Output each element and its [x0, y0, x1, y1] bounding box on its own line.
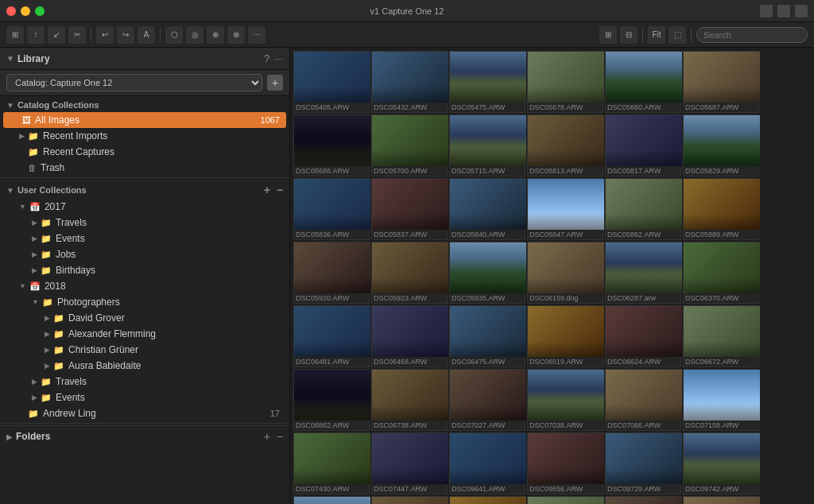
tool-btn-4[interactable]: ✂ — [68, 26, 86, 44]
travels-2017-item[interactable]: ▶ 📁 Travels — [3, 215, 286, 231]
photo-cell[interactable]: DSC05405.ARW — [293, 51, 370, 113]
travels-2018-chevron[interactable]: ▶ — [32, 378, 37, 386]
tool-btn-1[interactable]: ⊞ — [6, 26, 24, 44]
close-button[interactable] — [6, 6, 16, 16]
events-2018-item[interactable]: ▶ 📁 Events — [3, 390, 286, 405]
photo-cell[interactable]: DSC05715.ARW — [449, 114, 525, 176]
folders-section[interactable]: ▶ Folders + − — [0, 425, 289, 447]
photo-cell[interactable]: DSC09771.ARW — [293, 496, 370, 504]
david-grover-chevron[interactable]: ▶ — [45, 314, 50, 322]
travels-2017-chevron[interactable]: ▶ — [32, 219, 37, 227]
photo-cell[interactable]: DSC05432.ARW — [371, 51, 448, 113]
ausra-babiedaite-chevron[interactable]: ▶ — [45, 362, 50, 370]
recent-imports-item[interactable]: ▶ 📁 Recent Imports — [3, 128, 286, 144]
toolbar-icon-1[interactable] — [760, 5, 773, 17]
photo-cell[interactable]: DSC05475.ARW — [449, 51, 525, 113]
trash-item[interactable]: ▶ 🗑 Trash — [3, 160, 286, 176]
tool-zoom[interactable]: ⬚ — [669, 26, 686, 44]
photo-cell[interactable]: DSC06159.dng — [527, 242, 603, 304]
catalog-select[interactable]: Catalog: Capture One 12 — [6, 74, 262, 91]
year-2018-item[interactable]: ▼ 📅 2018 — [3, 278, 286, 294]
view-toggle-1[interactable]: ⊞ — [599, 26, 617, 44]
user-collections-remove-icon[interactable]: − — [277, 184, 283, 196]
photo-cell[interactable]: DSC05687.ARW — [683, 51, 759, 113]
tool-btn-2[interactable]: ↑ — [27, 26, 45, 44]
photo-cell[interactable]: DSC07038.ARW — [527, 369, 603, 431]
photo-cell[interactable]: DSC05836.ARW — [293, 178, 370, 240]
photo-cell[interactable]: DSC09729.ARW — [605, 432, 681, 494]
folders-add-icon[interactable]: + — [264, 430, 270, 443]
david-grover-item[interactable]: ▶ 📁 David Grover — [3, 310, 286, 326]
library-expand-arrow[interactable]: ▼ — [6, 54, 14, 63]
user-collections-section[interactable]: ▼ User Collections + − — [0, 180, 289, 199]
photo-cell[interactable]: DSC06862.ARW — [293, 369, 370, 431]
jobs-chevron[interactable]: ▶ — [32, 250, 37, 258]
photo-cell[interactable]: DSC05829.ARW — [683, 114, 759, 176]
tool-btn-10[interactable]: ⊕ — [207, 26, 224, 44]
photo-cell[interactable]: DSC09656.ARW — [527, 432, 603, 494]
photo-cell[interactable]: DSC06738.ARW — [371, 369, 448, 431]
tool-btn-5[interactable]: ↩ — [96, 26, 114, 44]
photo-cell[interactable]: DSC06672.ARW — [683, 305, 759, 367]
catalog-add-button[interactable]: + — [267, 75, 283, 91]
photo-cell[interactable]: DSC05678.ARW — [527, 51, 603, 113]
tool-btn-9[interactable]: ◎ — [186, 26, 204, 44]
tool-btn-12[interactable]: ⋯ — [248, 26, 266, 44]
year-2017-chevron[interactable]: ▼ — [19, 203, 26, 211]
tool-btn-7[interactable]: A — [138, 26, 155, 44]
travels-2018-item[interactable]: ▶ 📁 Travels — [3, 374, 286, 390]
photo-cell[interactable]: DSC07447.ARW — [371, 432, 448, 494]
events-2018-chevron[interactable]: ▶ — [32, 394, 37, 401]
christian-gruner-chevron[interactable]: ▶ — [45, 346, 50, 354]
jobs-item[interactable]: ▶ 📁 Jobs — [3, 246, 286, 262]
photo-cell[interactable]: DSC05935.ARW — [449, 242, 525, 304]
tool-btn-6[interactable]: ↪ — [117, 26, 134, 44]
photo-cell[interactable]: DSC06481.ARW — [293, 305, 370, 367]
photo-cell[interactable]: DSC07066.ARW — [605, 369, 681, 431]
photo-cell[interactable]: DSC05923.ARW — [371, 242, 448, 304]
photo-cell[interactable]: DSC05840.ARW — [449, 178, 525, 240]
photo-cell[interactable]: DSC05847.ARW — [527, 178, 603, 240]
photo-cell[interactable]: DSC09742.ARW — [683, 432, 759, 494]
folders-remove-icon[interactable]: − — [277, 430, 283, 443]
tool-fit[interactable]: Fit — [648, 26, 665, 44]
ausra-babiedaite-item[interactable]: ▶ 📁 Ausra Babiedaite — [3, 358, 286, 374]
tool-btn-11[interactable]: ⊗ — [227, 26, 245, 44]
photo-cell[interactable]: DSC06468.ARW — [371, 305, 448, 367]
photo-cell[interactable]: DSC06287.arw — [605, 242, 681, 304]
toolbar-icon-2[interactable] — [777, 5, 790, 17]
birthdays-chevron[interactable]: ▶ — [32, 266, 37, 274]
alexander-flemming-chevron[interactable]: ▶ — [45, 330, 50, 338]
tool-btn-8[interactable]: ⬡ — [165, 26, 183, 44]
photo-cell[interactable]: DSC07430.ARW — [293, 432, 370, 494]
photo-cell[interactable]: DSC09641.ARW — [449, 432, 525, 494]
catalog-collections-section[interactable]: ▼ Catalog Collections — [0, 96, 289, 112]
birthdays-item[interactable]: ▶ 📁 Birthdays — [3, 262, 286, 278]
view-toggle-2[interactable]: ⊟ — [620, 26, 638, 44]
photo-cell[interactable]: DSC06475.ARW — [449, 305, 525, 367]
photo-cell[interactable]: DSC05817.ARW — [605, 114, 681, 176]
photo-cell[interactable]: DSC09901.ARW — [449, 496, 525, 504]
photo-cell[interactable]: DSC07158.ARW — [683, 369, 759, 431]
photographers-item[interactable]: ▼ 📁 Photographers — [3, 294, 286, 310]
photo-cell[interactable]: DSC05862.ARW — [605, 178, 681, 240]
photo-cell[interactable]: _0293.cr2 — [683, 496, 759, 504]
photo-cell[interactable]: DSC05837.ARW — [371, 178, 448, 240]
recent-imports-chevron[interactable]: ▶ — [19, 132, 25, 140]
recent-captures-item[interactable]: ▶ 📁 Recent Captures — [3, 144, 286, 160]
library-more-icon[interactable]: ··· — [274, 52, 283, 64]
photo-cell[interactable]: DSC07027.ARW — [449, 369, 525, 431]
user-collections-arrow[interactable]: ▼ — [6, 186, 14, 195]
maximize-button[interactable] — [35, 6, 45, 16]
catalog-collections-arrow[interactable]: ▼ — [6, 101, 14, 110]
events-2017-chevron[interactable]: ▶ — [32, 235, 37, 242]
events-2017-item[interactable]: ▶ 📁 Events — [3, 231, 286, 246]
photo-cell[interactable]: DSC05688.ARW — [293, 114, 370, 176]
photo-cell[interactable]: DSC038861.arw — [527, 496, 603, 504]
tool-btn-3[interactable]: ↙ — [48, 26, 65, 44]
photo-cell[interactable]: DSC06624.ARW — [605, 305, 681, 367]
photo-cell[interactable]: DSC09791.ARW — [371, 496, 448, 504]
photo-cell[interactable]: DSC06370.ARW — [683, 242, 759, 304]
minimize-button[interactable] — [21, 6, 30, 16]
photo-cell[interactable]: DSC05700.ARW — [371, 114, 448, 176]
